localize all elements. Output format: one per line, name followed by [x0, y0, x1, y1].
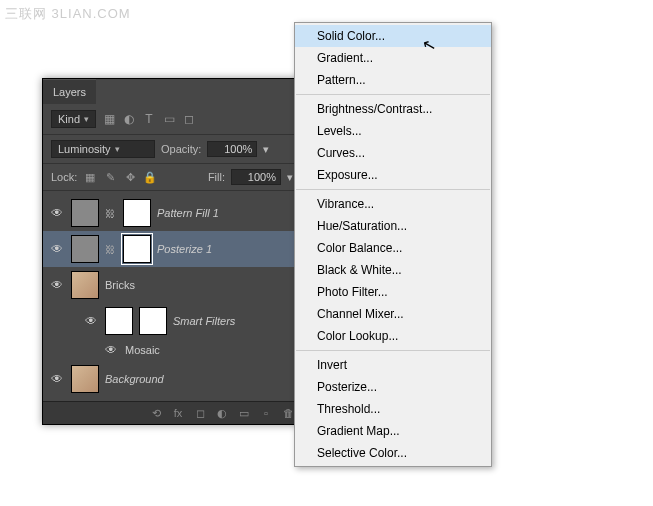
- group-icon[interactable]: ▭: [237, 406, 251, 420]
- fill-label: Fill:: [208, 171, 225, 183]
- lock-label: Lock:: [51, 171, 77, 183]
- layer-row[interactable]: 👁Smart Filters: [43, 303, 301, 339]
- pixel-filter-icon[interactable]: ▦: [102, 112, 116, 126]
- lock-all-icon[interactable]: 🔒: [143, 170, 157, 184]
- visibility-icon[interactable]: 👁: [49, 278, 65, 292]
- menu-item[interactable]: Solid Color...: [295, 25, 491, 47]
- opacity-input[interactable]: 100%: [207, 141, 257, 157]
- layer-row[interactable]: 👁Mosaic: [43, 339, 301, 361]
- blend-mode-select[interactable]: Luminosity ▾: [51, 140, 155, 158]
- smart-filter-icon[interactable]: ◻: [182, 112, 196, 126]
- menu-item[interactable]: Color Balance...: [295, 237, 491, 259]
- visibility-icon[interactable]: 👁: [103, 343, 119, 357]
- visibility-icon[interactable]: 👁: [83, 314, 99, 328]
- kind-filter-select[interactable]: Kind ▾: [51, 110, 96, 128]
- lock-position-icon[interactable]: ✥: [123, 170, 137, 184]
- menu-item[interactable]: Brightness/Contrast...: [295, 98, 491, 120]
- layer-thumb[interactable]: [71, 235, 99, 263]
- lock-pixels-icon[interactable]: ✎: [103, 170, 117, 184]
- opacity-label: Opacity:: [161, 143, 201, 155]
- panel-footer: ⟲ fx ◻ ◐ ▭ ▫ 🗑: [43, 401, 301, 424]
- layer-thumb[interactable]: [71, 199, 99, 227]
- shape-filter-icon[interactable]: ▭: [162, 112, 176, 126]
- menu-item[interactable]: Black & White...: [295, 259, 491, 281]
- layer-name[interactable]: Background: [105, 373, 164, 385]
- layers-tab[interactable]: Layers: [43, 79, 96, 104]
- menu-item[interactable]: Pattern...: [295, 69, 491, 91]
- fx-icon[interactable]: fx: [171, 406, 185, 420]
- menu-separator: [296, 189, 490, 190]
- mask-thumb[interactable]: [123, 199, 151, 227]
- layer-row[interactable]: 👁⛓Posterize 1: [43, 231, 301, 267]
- chevron-down-icon: ▾: [84, 114, 89, 124]
- visibility-icon[interactable]: 👁: [49, 242, 65, 256]
- menu-item[interactable]: Vibrance...: [295, 193, 491, 215]
- fill-input[interactable]: 100%: [231, 169, 281, 185]
- link-icon[interactable]: ⛓: [105, 244, 117, 255]
- menu-item[interactable]: Levels...: [295, 120, 491, 142]
- menu-item[interactable]: Hue/Saturation...: [295, 215, 491, 237]
- menu-separator: [296, 94, 490, 95]
- menu-separator: [296, 350, 490, 351]
- menu-item[interactable]: Curves...: [295, 142, 491, 164]
- menu-item[interactable]: Photo Filter...: [295, 281, 491, 303]
- adjustment-filter-icon[interactable]: ◐: [122, 112, 136, 126]
- chevron-down-icon[interactable]: ▾: [287, 171, 293, 184]
- visibility-icon[interactable]: 👁: [49, 206, 65, 220]
- menu-item[interactable]: Gradient Map...: [295, 420, 491, 442]
- menu-item[interactable]: Invert: [295, 354, 491, 376]
- menu-item[interactable]: Color Lookup...: [295, 325, 491, 347]
- blend-row: Luminosity ▾ Opacity: 100% ▾: [43, 135, 301, 164]
- layer-row[interactable]: 👁Bricks: [43, 267, 301, 303]
- layer-list: 👁⛓Pattern Fill 1👁⛓Posterize 1👁Bricks👁Sma…: [43, 191, 301, 401]
- chevron-down-icon[interactable]: ▾: [263, 143, 269, 156]
- link-icon[interactable]: ⛓: [105, 208, 117, 219]
- menu-item[interactable]: Channel Mixer...: [295, 303, 491, 325]
- menu-item[interactable]: Exposure...: [295, 164, 491, 186]
- mask-thumb[interactable]: [139, 307, 167, 335]
- layer-name[interactable]: Mosaic: [125, 344, 160, 356]
- mask-thumb[interactable]: [123, 235, 151, 263]
- new-layer-icon[interactable]: ▫: [259, 406, 273, 420]
- blend-mode-value: Luminosity: [58, 143, 111, 155]
- kind-label: Kind: [58, 113, 80, 125]
- layers-panel: Layers Kind ▾ ▦ ◐ T ▭ ◻ Luminosity ▾ Opa…: [42, 78, 302, 425]
- visibility-icon[interactable]: 👁: [49, 372, 65, 386]
- adjustment-layer-menu: Solid Color...Gradient...Pattern...Brigh…: [294, 22, 492, 467]
- chevron-down-icon: ▾: [115, 144, 120, 154]
- menu-item[interactable]: Posterize...: [295, 376, 491, 398]
- layer-name[interactable]: Smart Filters: [173, 315, 235, 327]
- filter-toolbar: Kind ▾ ▦ ◐ T ▭ ◻: [43, 104, 301, 135]
- lock-transparent-icon[interactable]: ▦: [83, 170, 97, 184]
- menu-item[interactable]: Threshold...: [295, 398, 491, 420]
- layer-name[interactable]: Pattern Fill 1: [157, 207, 219, 219]
- menu-item[interactable]: Selective Color...: [295, 442, 491, 464]
- layer-name[interactable]: Bricks: [105, 279, 135, 291]
- mask-icon[interactable]: ◻: [193, 406, 207, 420]
- adjustment-icon[interactable]: ◐: [215, 406, 229, 420]
- trash-icon[interactable]: 🗑: [281, 406, 295, 420]
- watermark: 三联网 3LIAN.COM: [5, 5, 131, 23]
- layer-thumb[interactable]: [71, 271, 99, 299]
- layer-row[interactable]: 👁⛓Pattern Fill 1: [43, 195, 301, 231]
- link-icon[interactable]: ⟲: [149, 406, 163, 420]
- layer-thumb[interactable]: [105, 307, 133, 335]
- lock-row: Lock: ▦ ✎ ✥ 🔒 Fill: 100% ▾: [43, 164, 301, 191]
- layer-name[interactable]: Posterize 1: [157, 243, 212, 255]
- layer-thumb[interactable]: [71, 365, 99, 393]
- menu-item[interactable]: Gradient...: [295, 47, 491, 69]
- layer-row[interactable]: 👁Background: [43, 361, 301, 397]
- type-filter-icon[interactable]: T: [142, 112, 156, 126]
